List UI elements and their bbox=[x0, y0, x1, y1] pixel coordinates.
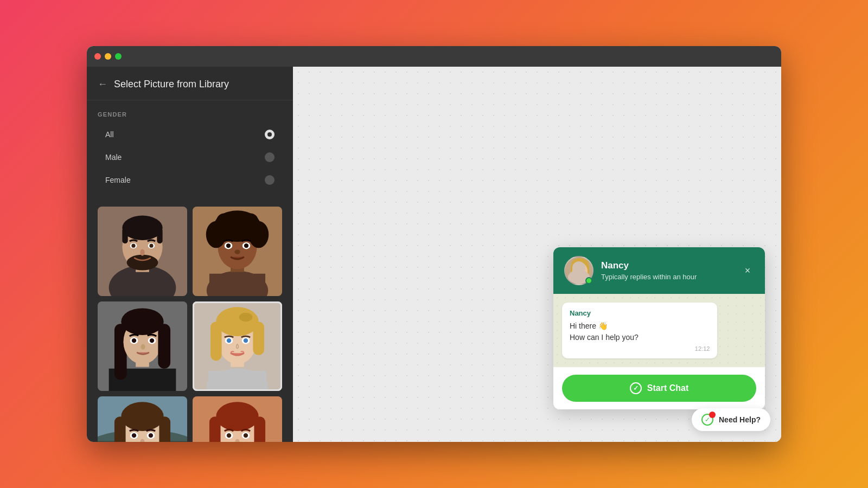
portrait-cell-1[interactable] bbox=[98, 207, 187, 296]
titlebar bbox=[87, 46, 781, 67]
portrait-cell-2[interactable] bbox=[193, 207, 282, 296]
chat-close-button[interactable]: × bbox=[741, 264, 754, 277]
chat-header: Nancy Typically replies within an hour × bbox=[553, 247, 765, 294]
notification-badge bbox=[709, 412, 716, 418]
image-grid bbox=[87, 198, 293, 442]
svg-point-91 bbox=[582, 269, 584, 272]
agent-avatar-wrapper bbox=[564, 256, 593, 285]
svg-point-88 bbox=[576, 269, 579, 272]
svg-point-53 bbox=[227, 338, 231, 343]
svg-point-41 bbox=[141, 344, 145, 349]
maximize-traffic-light[interactable] bbox=[115, 53, 122, 60]
svg-point-11 bbox=[149, 244, 153, 248]
svg-rect-85 bbox=[571, 265, 575, 279]
svg-point-25 bbox=[226, 243, 231, 248]
window-content: ← Select Picture from Library GENDER All… bbox=[87, 67, 781, 442]
svg-point-79 bbox=[227, 433, 231, 438]
svg-point-92 bbox=[579, 272, 581, 274]
svg-rect-63 bbox=[114, 416, 126, 442]
whatsapp-icon: ✓ bbox=[630, 382, 642, 394]
gender-female-label: Female bbox=[105, 176, 131, 184]
svg-point-55 bbox=[244, 338, 248, 343]
svg-point-27 bbox=[244, 243, 248, 248]
svg-rect-32 bbox=[114, 324, 127, 380]
svg-point-38 bbox=[132, 338, 136, 343]
portrait-cell-6[interactable] bbox=[193, 396, 282, 442]
svg-rect-50 bbox=[253, 322, 264, 355]
message-text-line2: How can I help you? bbox=[570, 332, 710, 343]
svg-point-4 bbox=[122, 216, 162, 240]
svg-point-9 bbox=[131, 244, 135, 248]
gender-male-radio[interactable] bbox=[265, 152, 275, 162]
need-help-label: Need Help? bbox=[719, 415, 761, 424]
chat-header-info: Nancy Typically replies within an hour bbox=[601, 260, 733, 281]
chat-widget: Nancy Typically replies within an hour ×… bbox=[553, 247, 765, 409]
left-panel: ← Select Picture from Library GENDER All… bbox=[87, 67, 293, 442]
svg-point-66 bbox=[132, 433, 136, 438]
svg-point-89 bbox=[576, 269, 578, 272]
portrait-cell-3[interactable] bbox=[98, 301, 187, 391]
svg-rect-64 bbox=[159, 416, 170, 442]
gender-option-female[interactable]: Female bbox=[98, 170, 282, 190]
traffic-lights bbox=[94, 53, 122, 60]
svg-rect-77 bbox=[254, 416, 265, 442]
gender-all-label: All bbox=[105, 130, 114, 139]
svg-rect-36 bbox=[158, 324, 170, 369]
svg-point-75 bbox=[216, 402, 258, 431]
message-bubble: Nancy Hi there 👋 How can I help you? 12:… bbox=[562, 303, 717, 358]
svg-point-28 bbox=[234, 249, 240, 254]
svg-point-40 bbox=[150, 338, 154, 343]
svg-point-87 bbox=[572, 262, 588, 280]
svg-point-51 bbox=[239, 313, 253, 322]
online-indicator bbox=[585, 277, 592, 284]
message-sender: Nancy bbox=[570, 309, 710, 317]
agent-status: Typically replies within an hour bbox=[601, 273, 733, 281]
svg-point-68 bbox=[149, 433, 153, 438]
right-panel: Nancy Typically replies within an hour ×… bbox=[293, 67, 781, 442]
message-text-line1: Hi there 👋 bbox=[570, 320, 710, 332]
portrait-cell-5[interactable] bbox=[98, 396, 187, 442]
svg-rect-93 bbox=[577, 279, 583, 283]
svg-point-48 bbox=[216, 307, 258, 336]
svg-rect-6 bbox=[157, 228, 162, 243]
svg-point-23 bbox=[243, 213, 259, 231]
message-time: 12:12 bbox=[570, 345, 710, 352]
agent-name: Nancy bbox=[601, 260, 733, 271]
svg-point-22 bbox=[216, 213, 232, 231]
gender-all-radio[interactable] bbox=[265, 130, 275, 139]
svg-rect-45 bbox=[208, 371, 266, 391]
chat-body: Nancy Hi there 👋 How can I help you? 12:… bbox=[553, 294, 765, 367]
close-traffic-light[interactable] bbox=[94, 53, 101, 60]
svg-rect-49 bbox=[210, 322, 222, 361]
gender-female-radio[interactable] bbox=[265, 175, 275, 185]
panel-header: ← Select Picture from Library bbox=[87, 67, 293, 100]
svg-point-62 bbox=[121, 402, 163, 431]
minimize-traffic-light[interactable] bbox=[105, 53, 111, 60]
gender-section: GENDER All Male Female bbox=[87, 100, 293, 198]
gender-male-label: Male bbox=[105, 153, 122, 162]
gender-option-all[interactable]: All bbox=[98, 124, 282, 145]
svg-rect-76 bbox=[209, 416, 221, 442]
chat-footer: ✓ Start Chat bbox=[553, 367, 765, 409]
start-chat-button[interactable]: ✓ Start Chat bbox=[562, 375, 756, 402]
svg-point-35 bbox=[121, 308, 163, 335]
need-help-icon-wrapper: ✓ bbox=[701, 414, 713, 426]
need-help-button[interactable]: ✓ Need Help? bbox=[692, 408, 770, 431]
app-window: ← Select Picture from Library GENDER All… bbox=[87, 46, 781, 442]
gender-option-male[interactable]: Male bbox=[98, 147, 282, 168]
back-button[interactable]: ← bbox=[98, 79, 107, 90]
svg-point-81 bbox=[244, 433, 248, 438]
svg-rect-16 bbox=[209, 274, 265, 296]
svg-point-90 bbox=[581, 269, 584, 272]
page-title: Select Picture from Library bbox=[114, 79, 229, 90]
start-chat-label: Start Chat bbox=[647, 383, 688, 393]
svg-rect-5 bbox=[122, 228, 127, 243]
svg-point-12 bbox=[140, 249, 144, 255]
gender-label: GENDER bbox=[98, 111, 282, 118]
svg-point-7 bbox=[127, 255, 158, 271]
portrait-cell-4[interactable] bbox=[193, 301, 282, 391]
